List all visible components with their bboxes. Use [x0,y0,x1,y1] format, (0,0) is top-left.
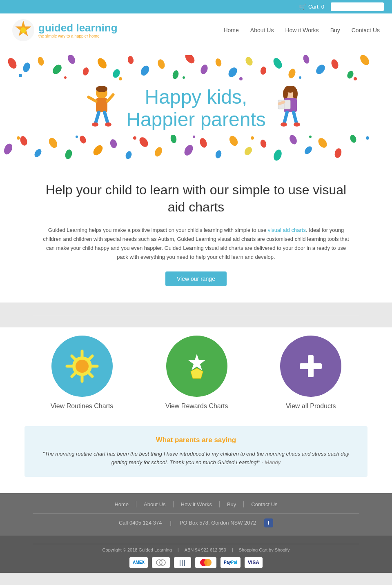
svg-point-58 [33,148,43,158]
nav-home[interactable]: Home [223,27,238,33]
svg-point-31 [183,76,185,79]
footer-address: PO Box 578, Gordon NSW 2072 [180,520,256,526]
svg-point-33 [299,76,301,79]
footer-nav-home[interactable]: Home [107,501,136,507]
svg-point-74 [272,149,283,161]
svg-point-9 [96,56,109,70]
all-products-label: View all Products [286,403,336,410]
mastercard-icon [195,557,216,568]
cart-label: Cart: 0 [308,4,324,10]
svg-point-71 [228,135,240,147]
svg-point-47 [293,88,298,100]
main-nav: Home About Us How it Works Buy Contact U… [223,27,380,33]
footer-nav-contact[interactable]: Contact Us [244,501,285,507]
svg-point-15 [183,55,196,65]
hero-banner: Happy kids, Happier parents [0,47,392,161]
svg-line-92 [89,373,92,376]
all-products-item[interactable]: View all Products [280,336,341,410]
svg-point-84 [251,136,254,140]
routines-circle [51,336,113,397]
svg-point-46 [283,88,288,100]
routines-charts-item[interactable]: View Routines Charts [51,336,114,410]
svg-point-12 [139,64,151,77]
svg-point-82 [133,136,136,140]
svg-rect-37 [96,98,107,112]
svg-point-70 [215,150,223,159]
svg-point-61 [78,135,87,145]
footer-divider [33,513,359,514]
svg-point-5 [37,56,45,67]
svg-point-56 [2,142,14,156]
svg-point-42 [92,122,98,127]
facebook-icon[interactable]: f [264,518,273,527]
shopify-link[interactable]: Shopping Cart by Shopify [239,547,290,552]
svg-point-81 [76,136,78,138]
svg-point-30 [119,77,122,80]
svg-line-53 [294,112,296,123]
svg-point-102 [160,560,165,565]
svg-point-85 [309,136,312,138]
svg-point-24 [314,63,327,76]
footer-contact: Call 0405 124 374 | PO Box 578, Gordon N… [8,518,384,527]
view-range-button[interactable]: View our range [165,271,227,286]
rewards-label: View Rewards Charts [165,403,228,410]
plus-icon [292,348,329,385]
stripe-icon: ||| [174,557,191,568]
search-input[interactable] [331,2,384,11]
svg-point-55 [294,122,300,127]
svg-point-59 [47,137,59,150]
svg-point-8 [82,67,90,76]
logo-area[interactable]: guided learning the simple way to a happ… [12,19,118,41]
sun-icon [64,348,100,385]
confetti-top [0,55,392,82]
svg-point-72 [243,146,254,157]
testimonial-section: What parents are saying "The morning rou… [0,426,392,493]
svg-point-65 [138,136,150,149]
rewards-charts-item[interactable]: View Rewards Charts [165,336,228,410]
footer-bottom: Copyright © 2018 Guided Learning | ABN 9… [0,536,392,573]
testimonial-author: - Mandy [261,459,281,465]
visa-icon: VISA [245,557,263,568]
svg-point-62 [91,144,105,157]
footer-bottom-text: Copyright © 2018 Guided Learning | ABN 9… [8,547,384,552]
svg-marker-98 [188,354,205,370]
payment-icons: AMEX ||| PayPal VISA [8,557,384,568]
nav-buy[interactable]: Buy [330,27,340,33]
header: guided learning the simple way to a happ… [0,13,392,47]
diners-icon [152,557,170,568]
svg-point-66 [154,146,164,158]
visual-aid-link[interactable]: visual aid charts [268,227,306,233]
nav-about[interactable]: About Us [250,27,274,33]
confetti-bottom [0,135,392,161]
logo-icon [12,19,34,41]
svg-line-39 [107,95,113,101]
footer-nav-buy[interactable]: Buy [220,501,244,507]
main-section: Help your child to learn with our simple… [0,161,392,303]
svg-point-43 [105,122,111,127]
nav-contact[interactable]: Contact Us [352,27,380,33]
svg-line-38 [89,97,96,101]
footer-nav-about[interactable]: About Us [136,501,173,507]
footer-phone: Call 0405 124 374 [119,520,162,526]
svg-point-18 [227,66,239,79]
svg-point-27 [359,55,371,67]
nav-how-it-works[interactable]: How it Works [285,27,318,33]
svg-point-17 [215,58,223,67]
kid-right-icon [274,86,307,131]
svg-point-64 [125,151,133,160]
svg-point-80 [17,136,20,140]
cart-area[interactable]: 🛒 Cart: 0 [299,4,324,10]
svg-point-68 [183,144,195,157]
svg-point-75 [288,135,298,145]
svg-point-3 [6,56,18,70]
svg-point-22 [287,68,296,79]
svg-point-77 [316,137,329,150]
hero-content: Happy kids, Happier parents [0,82,392,135]
main-body-text: Guided Learning helps you make a positiv… [41,226,351,262]
svg-line-52 [284,112,287,123]
testimonial-quote: "The morning routine chart has been the … [37,450,355,467]
svg-point-25 [330,58,339,70]
logo-brand-text: guided learning [38,22,118,33]
footer-nav-how-it-works[interactable]: How it Works [174,501,220,507]
svg-point-13 [156,58,166,70]
